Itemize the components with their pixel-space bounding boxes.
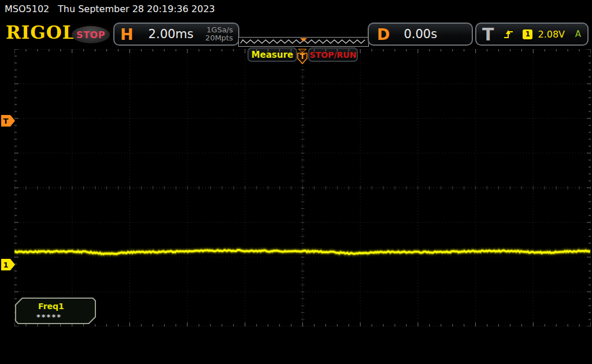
delay-panel[interactable]: D 0.00s xyxy=(368,23,473,46)
model-name: MSO5102 xyxy=(5,3,49,14)
datetime: Thu September 28 20:19:36 2023 xyxy=(58,3,215,14)
trigger-label: T xyxy=(482,24,494,44)
freq1-label: Freq1 xyxy=(38,302,64,311)
waveform-display xyxy=(14,49,591,326)
trigger-level-marker[interactable]: T xyxy=(1,115,15,127)
trigger-position-marker[interactable]: T xyxy=(293,49,312,65)
header-bar: RIGOL STOP H 2.00ms 1GSa/s 20Mpts Measur… xyxy=(0,17,592,49)
trigger-level-marker-label: T xyxy=(1,117,10,125)
trigger-position-marker-label: T xyxy=(298,53,307,61)
timebase-value: 2.00ms xyxy=(149,27,194,41)
trigger-source-badge: 1 xyxy=(523,29,532,39)
channel1-ground-marker[interactable]: 1 xyxy=(1,259,15,270)
measurement-freq1-box[interactable]: Freq1 ***** xyxy=(15,298,96,324)
delay-value: 0.00s xyxy=(404,27,437,41)
trigger-level-value: 2.08V xyxy=(538,29,565,40)
trigger-sweep-mode: A xyxy=(575,29,581,39)
channel1-ground-marker-label: 1 xyxy=(1,261,10,269)
freq1-value: ***** xyxy=(36,313,62,321)
acquisition-info: 1GSa/s 20Mpts xyxy=(205,26,233,42)
top-status-bar: MSO5102 Thu September 28 20:19:36 2023 xyxy=(0,0,592,17)
rigol-logo: RIGOL xyxy=(6,22,76,43)
sample-rate: 1GSa/s xyxy=(206,25,233,34)
waveform-overview-bar[interactable] xyxy=(238,37,369,47)
run-state-badge: STOP xyxy=(72,26,110,43)
delay-label: D xyxy=(377,25,390,43)
graticule xyxy=(14,49,591,326)
horizontal-timebase-panel[interactable]: H 2.00ms 1GSa/s 20Mpts xyxy=(113,23,239,46)
horizontal-label: H xyxy=(120,25,134,43)
trigger-panel[interactable]: T 1 2.08V A xyxy=(475,23,589,46)
trigger-position-icon[interactable] xyxy=(300,38,307,42)
rising-edge-trigger-icon xyxy=(503,29,515,39)
memory-depth: 20Mpts xyxy=(205,34,233,42)
bottom-bar: 1 500mV -1.10V 2 100mV 0.00V xyxy=(0,329,592,364)
oscilloscope-screen: MSO5102 Thu September 28 20:19:36 2023 R… xyxy=(0,0,592,364)
